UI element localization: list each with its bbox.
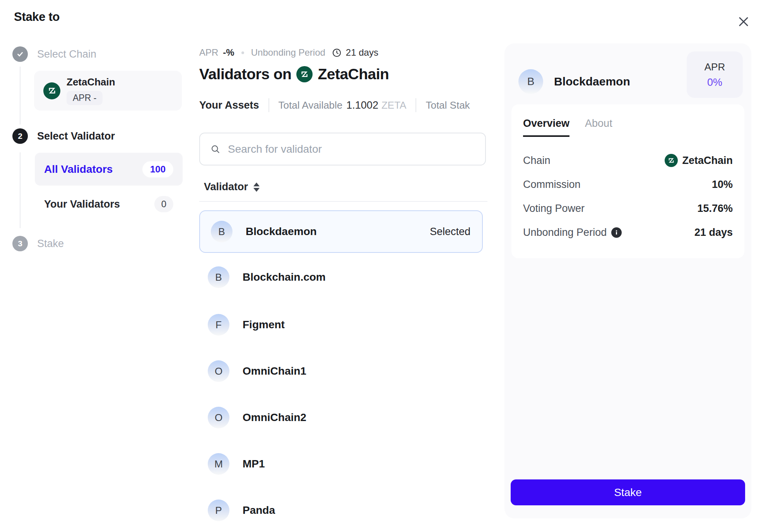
detail-card: Overview About Chain ZetaChain Commissio…: [511, 104, 744, 258]
detail-value: 10%: [712, 179, 733, 191]
validator-row-blockdaemon[interactable]: B Blockdaemon Selected: [199, 210, 483, 253]
detail-validator-name: Blockdaemon: [554, 75, 630, 88]
detail-tabs: Overview About: [523, 118, 733, 137]
search-icon: [210, 144, 221, 155]
detail-row-unbonding: Unbonding Period 21 days: [523, 220, 733, 244]
validator-row-blockchain-com[interactable]: B Blockchain.com: [199, 253, 483, 302]
sort-icon: [253, 182, 260, 192]
validator-name: OmniChain2: [243, 411, 306, 424]
validator-name: MP1: [243, 458, 265, 470]
chain-card-name: ZetaChain: [67, 76, 115, 88]
validator-name: Blockchain.com: [243, 271, 326, 283]
page-title: Stake to: [14, 10, 60, 24]
tab-about[interactable]: About: [585, 118, 612, 137]
validator-name: Panda: [243, 504, 275, 517]
detail-row-commission: Commission 10%: [523, 172, 733, 196]
info-icon[interactable]: [611, 227, 622, 238]
unbonding-meta-value: 21 days: [346, 47, 378, 58]
filter-all-validators-label: All Validators: [44, 163, 113, 176]
step-label-select-validator: Select Validator: [37, 130, 115, 142]
close-button[interactable]: [734, 12, 754, 32]
validator-name: Figment: [243, 319, 285, 331]
validator-search: [199, 133, 486, 165]
validator-column-label: Validator: [204, 181, 248, 193]
step-check-circle: [12, 46, 28, 62]
clock-icon: [332, 48, 342, 58]
validator-name: Blockdaemon: [246, 225, 317, 238]
detail-value: ZetaChain: [682, 155, 733, 167]
total-available-unit: ZETA: [381, 99, 407, 111]
detail-label: Chain: [523, 155, 551, 167]
stepper-connector-1: [20, 66, 21, 124]
selected-chain-card[interactable]: ZetaChain APR -: [34, 71, 182, 111]
validator-row-figment[interactable]: F Figment: [199, 302, 483, 348]
stake-button[interactable]: Stake: [511, 479, 745, 505]
validators-column: APR -% Unbonding Period 21 days Validato…: [199, 0, 487, 532]
total-staked-label: Total Stak: [426, 99, 470, 111]
apr-chip-label: APR: [704, 61, 725, 73]
detail-label: Commission: [523, 179, 581, 191]
apr-chip: APR 0%: [687, 51, 743, 98]
step-select-validator: 2 Select Validator: [12, 128, 115, 144]
step-label-select-chain: Select Chain: [37, 48, 96, 60]
step-select-chain: Select Chain: [12, 46, 96, 62]
validator-name: OmniChain1: [243, 365, 306, 377]
filter-all-validators[interactable]: All Validators 100: [35, 153, 183, 186]
your-assets-label: Your Assets: [199, 99, 259, 111]
stake-modal: Stake to Select Chain ZetaChain APR - 2 …: [0, 0, 766, 532]
filter-your-validators-label: Your Validators: [44, 198, 120, 210]
check-icon: [16, 50, 24, 58]
validator-row-mp1[interactable]: M MP1: [199, 441, 483, 487]
all-validators-count-badge: 100: [142, 161, 173, 177]
avatar: O: [208, 360, 229, 382]
zetachain-logo-icon: [296, 66, 313, 82]
detail-row-chain: Chain ZetaChain: [523, 148, 733, 172]
validators-title-chain: ZetaChain: [318, 66, 389, 83]
detail-header: B Blockdaemon: [518, 57, 630, 106]
detail-label: Unbonding Period: [523, 227, 607, 239]
validator-list: B Blockdaemon Selected B Blockchain.com …: [199, 210, 483, 532]
validator-row-omnichain2[interactable]: O OmniChain2: [199, 394, 483, 441]
avatar: M: [208, 453, 229, 475]
avatar: B: [518, 69, 543, 94]
search-input[interactable]: [228, 143, 475, 155]
step-number-3: 3: [12, 236, 28, 251]
zetachain-logo-icon: [665, 154, 678, 167]
validator-row-omnichain1[interactable]: O OmniChain1: [199, 348, 483, 394]
detail-rows: Chain ZetaChain Commission 10% Voting Po…: [523, 148, 733, 244]
detail-value: 15.76%: [697, 203, 733, 215]
detail-row-voting-power: Voting Power 15.76%: [523, 196, 733, 220]
validators-title-prefix: Validators on: [199, 66, 291, 83]
tab-overview[interactable]: Overview: [523, 118, 569, 137]
avatar: B: [208, 266, 229, 288]
zetachain-logo-icon: [43, 82, 60, 99]
avatar: O: [208, 407, 229, 428]
divider: [415, 98, 416, 112]
apr-meta-value: -%: [223, 47, 234, 58]
assets-summary-row: Your Assets Total Available 1.1002 ZETA …: [199, 98, 487, 112]
avatar: F: [208, 314, 229, 336]
selected-badge: Selected: [430, 226, 470, 238]
close-icon: [736, 14, 751, 29]
stepper-connector-2: [20, 152, 21, 228]
your-validators-count-badge: 0: [154, 196, 173, 212]
total-available-label: Total Available: [279, 99, 343, 111]
dot-separator: [241, 51, 244, 54]
chain-meta-row: APR -% Unbonding Period 21 days: [199, 47, 378, 58]
step-number-2: 2: [12, 128, 28, 144]
step-label-stake: Stake: [37, 238, 64, 250]
unbonding-meta-label: Unbonding Period: [251, 47, 325, 58]
filter-your-validators[interactable]: Your Validators 0: [35, 193, 183, 215]
step-stake: 3 Stake: [12, 236, 64, 251]
chain-apr-badge: APR -: [67, 91, 103, 105]
validator-column-header[interactable]: Validator: [204, 181, 260, 193]
divider: [268, 98, 269, 112]
apr-chip-value: 0%: [707, 77, 722, 89]
validators-title: Validators on ZetaChain: [199, 66, 389, 83]
validator-detail-panel: B Blockdaemon APR 0% Overview About Chai…: [504, 43, 751, 518]
detail-label: Voting Power: [523, 203, 585, 215]
detail-value: 21 days: [694, 227, 733, 239]
validator-row-panda[interactable]: P Panda: [199, 487, 483, 532]
avatar: B: [211, 221, 233, 242]
avatar: P: [208, 500, 229, 521]
